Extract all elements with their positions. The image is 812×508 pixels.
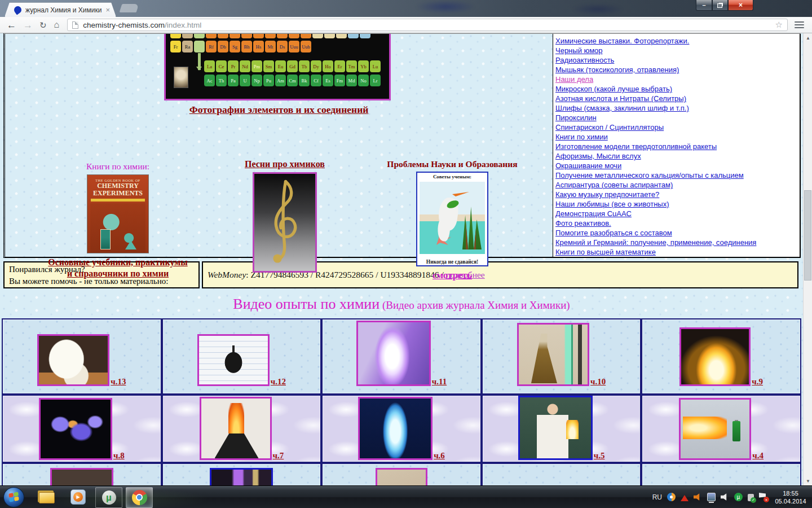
- language-indicator[interactable]: RU: [652, 493, 662, 501]
- beige-partial-thumbnail[interactable]: [376, 468, 427, 485]
- pt-element-cell: No: [358, 75, 369, 86]
- tray-gpu-icon[interactable]: [681, 491, 689, 501]
- chrome-taskbar-button[interactable]: [126, 487, 153, 508]
- video-part-link[interactable]: ч.10: [590, 378, 606, 386]
- chrome-icon: [132, 490, 147, 505]
- new-tab-button[interactable]: [120, 4, 139, 12]
- sidebar-link[interactable]: Кремний и Германий: получение, применени…: [555, 238, 798, 247]
- sidebar-link[interactable]: Аспирантура (советы аспирантам): [555, 180, 798, 190]
- explorer-taskbar-icon[interactable]: [38, 491, 55, 503]
- tray-usb-icon[interactable]: ✓: [748, 494, 754, 501]
- window-restore-button[interactable]: [712, 0, 728, 11]
- sidebar-link[interactable]: Фото реактивов.: [555, 218, 798, 228]
- sidebar-link[interactable]: Мышьяк (токсикология, отравления): [555, 65, 798, 75]
- purple-flame-thumbnail[interactable]: [356, 321, 431, 386]
- sidebar-link[interactable]: Спинтарископ / Сцинтилляторы: [555, 122, 798, 132]
- lab-coat-flame-thumbnail[interactable]: [518, 396, 593, 460]
- tray-action-center-icon[interactable]: ×: [759, 493, 767, 501]
- blue-flames-thumbnail[interactable]: [39, 398, 112, 460]
- page-icon: [72, 21, 78, 29]
- pt-element-cell: [312, 34, 323, 38]
- window-minimize-button[interactable]: –: [696, 0, 712, 11]
- flask-green-flame-thumbnail[interactable]: [517, 323, 589, 386]
- sidebar-link[interactable]: Изготовление модели твердотопливной раке…: [555, 142, 798, 151]
- reload-button[interactable]: ↻: [39, 21, 47, 29]
- treble-clef-image[interactable]: [253, 172, 317, 273]
- sidebar-link[interactable]: Окрашивание мочи: [555, 161, 798, 170]
- volcano-model-thumbnail[interactable]: [200, 397, 272, 460]
- scroll-down-arrow[interactable]: ▼: [804, 476, 812, 485]
- book-cover-band: [91, 199, 145, 202]
- watch-link[interactable]: смотреть: [433, 270, 472, 281]
- video-part-link[interactable]: ч.9: [752, 378, 763, 386]
- media-player-taskbar-icon[interactable]: ▶: [70, 489, 86, 505]
- sidebar-link[interactable]: Пироксилин: [555, 113, 798, 122]
- blue-glow-thumbnail[interactable]: [358, 397, 433, 460]
- yellow-sparks-thumbnail[interactable]: [679, 327, 751, 386]
- sidebar-link[interactable]: Шлифы (смазка, заклинил шлиф и т.п.): [555, 103, 798, 113]
- window-close-button[interactable]: ×: [728, 0, 753, 11]
- sidebar-link[interactable]: Радиоактивность: [555, 55, 798, 65]
- sidebar-link[interactable]: Азотная кислота и Нитраты (Селитры): [555, 94, 798, 103]
- sidebar-link[interactable]: Химические выставки. Фоторепортажи.: [555, 36, 798, 46]
- video-part-link[interactable]: ч.6: [434, 452, 445, 460]
- bookmark-star-icon[interactable]: ☆: [775, 20, 783, 30]
- video-part-link[interactable]: ч.4: [752, 452, 764, 460]
- taskbar-clock[interactable]: 18:55 05.04.2014: [774, 489, 811, 505]
- sidebar-link[interactable]: Помогите разобраться с составом: [555, 228, 798, 238]
- start-button[interactable]: [3, 487, 24, 507]
- video-part-link[interactable]: ч.7: [273, 452, 284, 460]
- chrome-menu-button[interactable]: [795, 21, 804, 29]
- browser-tab[interactable]: журнал Химия и Химики ×: [5, 2, 116, 17]
- url-bar[interactable]: chemistry-chemists.com/index.html ☆: [67, 19, 788, 31]
- scroll-up-arrow[interactable]: ▲: [804, 33, 812, 42]
- pt-element-cell: [336, 34, 347, 38]
- pt-element-cell: Np: [251, 75, 262, 86]
- sidebar-link[interactable]: Наши любимцы (все о животных): [555, 199, 798, 209]
- utorrent-taskbar-button[interactable]: µ: [95, 487, 122, 508]
- glassware-thumbnail[interactable]: [50, 468, 113, 485]
- chemist-songs-link[interactable]: Песни про химиков: [245, 159, 325, 169]
- chemistry-book-cover[interactable]: THE GOLDEN BOOK OF CHEMISTRY EXPERIMENTS: [87, 174, 149, 253]
- sidebar-link[interactable]: Книги по химии: [555, 132, 798, 142]
- pt-element-cell: [206, 34, 217, 38]
- pt-element-cell: [253, 34, 264, 38]
- tray-network-icon[interactable]: [707, 493, 716, 501]
- sidebar-link[interactable]: Книги по высшей математике: [555, 247, 798, 257]
- tray-app-icon[interactable]: [667, 493, 676, 501]
- periodic-table-image[interactable]: FrRaRfDbSgBhHsMtDsUuuUub LaCePrNdPmSmEuG…: [164, 34, 391, 100]
- tray-volume-mixer-icon[interactable]: [694, 493, 702, 501]
- textbooks-link-line1: Основные учебники, практикумы: [48, 257, 187, 267]
- sidebar-link[interactable]: Микроскоп (какой лучше выбрать): [555, 84, 798, 94]
- textbooks-link[interactable]: Основные учебники, практикумыи справочни…: [38, 257, 198, 279]
- pt-partial-row: [170, 34, 370, 38]
- video-part-link[interactable]: ч.5: [594, 452, 605, 460]
- sidebar-link[interactable]: Какую музыку предпочитаете?: [555, 190, 798, 199]
- stork-cartoon-image[interactable]: Советы ученым: Никогда не сдавайся!: [416, 172, 488, 266]
- white-foam-thumbnail[interactable]: [37, 334, 109, 386]
- video-cell: [2, 463, 162, 485]
- sidebar-link[interactable]: Получение металлического кальция/опыты с…: [555, 170, 798, 180]
- black-cylinder-thumbnail[interactable]: [197, 334, 270, 386]
- spray-can-flame-thumbnail[interactable]: [679, 398, 751, 460]
- sidebar-link[interactable]: Черный юмор: [555, 46, 798, 55]
- videos-subtitle: (Видео архив журнала Химия и Химики): [379, 299, 570, 311]
- sidebar-link[interactable]: Афоризмы, Мысли вслух: [555, 151, 798, 161]
- elements-photos-link[interactable]: Фотографии элементов и их соединений: [189, 104, 369, 115]
- purple-column-thumbnail[interactable]: [210, 468, 273, 485]
- video-part-link[interactable]: ч.13: [111, 378, 126, 386]
- video-part-link[interactable]: ч.11: [432, 378, 447, 386]
- tray-utorrent-icon[interactable]: µ: [734, 493, 743, 501]
- sidebar-link[interactable]: Демонстрация CuAAC: [555, 209, 798, 218]
- video-part-link[interactable]: ч.12: [271, 378, 286, 386]
- scrollbar-thumb[interactable]: [804, 190, 811, 281]
- forward-button[interactable]: →: [23, 20, 33, 30]
- video-part-link[interactable]: ч.8: [113, 452, 125, 460]
- scrollbar[interactable]: ▲ ▼: [803, 33, 812, 485]
- url-text[interactable]: chemistry-chemists.com/index.html: [83, 21, 201, 29]
- sidebar-link[interactable]: Наши дела: [555, 75, 798, 84]
- back-button[interactable]: ←: [7, 20, 16, 30]
- tab-close-icon[interactable]: ×: [105, 6, 110, 14]
- home-button[interactable]: ⌂: [54, 20, 60, 29]
- tray-speaker-icon[interactable]: [721, 493, 729, 501]
